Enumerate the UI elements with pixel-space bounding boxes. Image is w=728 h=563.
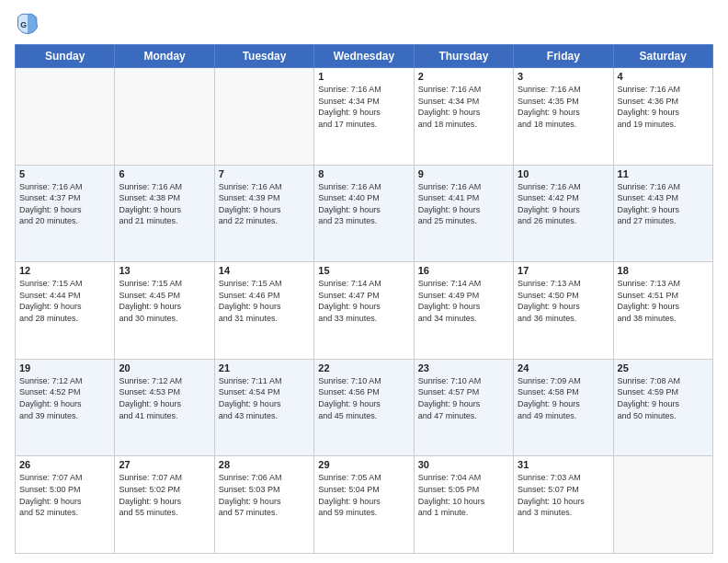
day-number: 4	[618, 71, 709, 82]
header-cell-saturday: Saturday	[613, 45, 712, 68]
header-row: SundayMondayTuesdayWednesdayThursdayFrid…	[16, 45, 713, 68]
header-cell-monday: Monday	[115, 45, 214, 68]
day-info: Sunrise: 7:13 AM Sunset: 4:51 PM Dayligh…	[618, 278, 709, 324]
calendar-body: 1Sunrise: 7:16 AM Sunset: 4:34 PM Daylig…	[16, 68, 713, 554]
calendar-cell: 7Sunrise: 7:16 AM Sunset: 4:39 PM Daylig…	[214, 165, 313, 262]
day-number: 8	[318, 168, 409, 179]
day-number: 29	[318, 459, 409, 470]
calendar-cell: 23Sunrise: 7:10 AM Sunset: 4:57 PM Dayli…	[414, 359, 513, 456]
svg-text:G: G	[20, 20, 27, 29]
calendar-cell: 5Sunrise: 7:16 AM Sunset: 4:37 PM Daylig…	[16, 165, 115, 262]
calendar-cell: 20Sunrise: 7:12 AM Sunset: 4:53 PM Dayli…	[115, 359, 214, 456]
day-number: 12	[19, 265, 110, 276]
day-info: Sunrise: 7:10 AM Sunset: 4:57 PM Dayligh…	[418, 375, 509, 421]
day-info: Sunrise: 7:16 AM Sunset: 4:34 PM Dayligh…	[418, 84, 509, 130]
calendar-cell: 15Sunrise: 7:14 AM Sunset: 4:47 PM Dayli…	[314, 262, 414, 360]
day-number: 23	[418, 362, 509, 373]
day-number: 6	[119, 168, 210, 179]
week-row-1: 1Sunrise: 7:16 AM Sunset: 4:34 PM Daylig…	[16, 68, 713, 166]
calendar-cell: 19Sunrise: 7:12 AM Sunset: 4:52 PM Dayli…	[16, 359, 115, 456]
day-number: 9	[418, 168, 509, 179]
day-info: Sunrise: 7:16 AM Sunset: 4:41 PM Dayligh…	[418, 181, 509, 227]
day-info: Sunrise: 7:16 AM Sunset: 4:43 PM Dayligh…	[618, 181, 709, 227]
day-info: Sunrise: 7:07 AM Sunset: 5:00 PM Dayligh…	[19, 472, 110, 518]
day-info: Sunrise: 7:10 AM Sunset: 4:56 PM Dayligh…	[318, 375, 409, 421]
calendar-cell: 16Sunrise: 7:14 AM Sunset: 4:49 PM Dayli…	[414, 262, 513, 360]
logo-icon: G	[15, 11, 40, 37]
day-number: 21	[219, 362, 310, 373]
calendar-cell: 8Sunrise: 7:16 AM Sunset: 4:40 PM Daylig…	[314, 165, 414, 262]
day-number: 2	[418, 71, 509, 82]
calendar-cell: 18Sunrise: 7:13 AM Sunset: 4:51 PM Dayli…	[613, 262, 712, 360]
calendar-cell: 29Sunrise: 7:05 AM Sunset: 5:04 PM Dayli…	[314, 456, 414, 554]
calendar-cell: 2Sunrise: 7:16 AM Sunset: 4:34 PM Daylig…	[414, 68, 513, 166]
day-info: Sunrise: 7:15 AM Sunset: 4:45 PM Dayligh…	[119, 278, 210, 324]
day-info: Sunrise: 7:08 AM Sunset: 4:59 PM Dayligh…	[618, 375, 709, 421]
header-cell-thursday: Thursday	[414, 45, 513, 68]
header-cell-friday: Friday	[514, 45, 613, 68]
day-number: 16	[418, 265, 509, 276]
calendar-cell: 13Sunrise: 7:15 AM Sunset: 4:45 PM Dayli…	[115, 262, 214, 360]
week-row-2: 5Sunrise: 7:16 AM Sunset: 4:37 PM Daylig…	[16, 165, 713, 262]
calendar-cell: 17Sunrise: 7:13 AM Sunset: 4:50 PM Dayli…	[514, 262, 613, 360]
day-info: Sunrise: 7:16 AM Sunset: 4:37 PM Dayligh…	[19, 181, 110, 227]
day-info: Sunrise: 7:15 AM Sunset: 4:46 PM Dayligh…	[219, 278, 310, 324]
header: G	[15, 11, 713, 37]
day-number: 13	[119, 265, 210, 276]
day-info: Sunrise: 7:04 AM Sunset: 5:05 PM Dayligh…	[418, 472, 509, 518]
day-info: Sunrise: 7:16 AM Sunset: 4:42 PM Dayligh…	[518, 181, 609, 227]
day-info: Sunrise: 7:12 AM Sunset: 4:52 PM Dayligh…	[19, 375, 110, 421]
calendar-cell: 27Sunrise: 7:07 AM Sunset: 5:02 PM Dayli…	[115, 456, 214, 554]
calendar-cell	[214, 68, 313, 166]
day-info: Sunrise: 7:15 AM Sunset: 4:44 PM Dayligh…	[19, 278, 110, 324]
day-info: Sunrise: 7:16 AM Sunset: 4:34 PM Dayligh…	[318, 84, 409, 130]
week-row-4: 19Sunrise: 7:12 AM Sunset: 4:52 PM Dayli…	[16, 359, 713, 456]
day-number: 7	[219, 168, 310, 179]
calendar-cell: 11Sunrise: 7:16 AM Sunset: 4:43 PM Dayli…	[613, 165, 712, 262]
calendar-cell: 1Sunrise: 7:16 AM Sunset: 4:34 PM Daylig…	[314, 68, 414, 166]
day-number: 30	[418, 459, 509, 470]
day-number: 1	[318, 71, 409, 82]
calendar-cell: 6Sunrise: 7:16 AM Sunset: 4:38 PM Daylig…	[115, 165, 214, 262]
day-number: 17	[518, 265, 609, 276]
day-info: Sunrise: 7:16 AM Sunset: 4:35 PM Dayligh…	[518, 84, 609, 130]
day-info: Sunrise: 7:09 AM Sunset: 4:58 PM Dayligh…	[518, 375, 609, 421]
calendar-table: SundayMondayTuesdayWednesdayThursdayFrid…	[15, 44, 713, 554]
calendar-cell: 3Sunrise: 7:16 AM Sunset: 4:35 PM Daylig…	[514, 68, 613, 166]
page: G SundayMondayTuesdayWednesdayThursdayFr…	[0, 0, 728, 563]
calendar-header: SundayMondayTuesdayWednesdayThursdayFrid…	[16, 45, 713, 68]
calendar-cell: 10Sunrise: 7:16 AM Sunset: 4:42 PM Dayli…	[514, 165, 613, 262]
day-number: 10	[518, 168, 609, 179]
day-number: 28	[219, 459, 310, 470]
day-info: Sunrise: 7:16 AM Sunset: 4:38 PM Dayligh…	[119, 181, 210, 227]
calendar-cell: 4Sunrise: 7:16 AM Sunset: 4:36 PM Daylig…	[613, 68, 712, 166]
calendar-cell: 25Sunrise: 7:08 AM Sunset: 4:59 PM Dayli…	[613, 359, 712, 456]
day-number: 5	[19, 168, 110, 179]
day-info: Sunrise: 7:13 AM Sunset: 4:50 PM Dayligh…	[518, 278, 609, 324]
day-number: 22	[318, 362, 409, 373]
header-cell-wednesday: Wednesday	[314, 45, 414, 68]
day-number: 15	[318, 265, 409, 276]
calendar-cell: 9Sunrise: 7:16 AM Sunset: 4:41 PM Daylig…	[414, 165, 513, 262]
day-info: Sunrise: 7:07 AM Sunset: 5:02 PM Dayligh…	[119, 472, 210, 518]
day-info: Sunrise: 7:03 AM Sunset: 5:07 PM Dayligh…	[518, 472, 609, 518]
calendar-cell: 22Sunrise: 7:10 AM Sunset: 4:56 PM Dayli…	[314, 359, 414, 456]
calendar-cell: 28Sunrise: 7:06 AM Sunset: 5:03 PM Dayli…	[214, 456, 313, 554]
day-info: Sunrise: 7:06 AM Sunset: 5:03 PM Dayligh…	[219, 472, 310, 518]
day-number: 3	[518, 71, 609, 82]
day-number: 24	[518, 362, 609, 373]
day-number: 14	[219, 265, 310, 276]
day-info: Sunrise: 7:16 AM Sunset: 4:40 PM Dayligh…	[318, 181, 409, 227]
calendar-cell	[115, 68, 214, 166]
week-row-3: 12Sunrise: 7:15 AM Sunset: 4:44 PM Dayli…	[16, 262, 713, 360]
calendar-cell	[16, 68, 115, 166]
calendar-cell	[613, 456, 712, 554]
day-info: Sunrise: 7:14 AM Sunset: 4:47 PM Dayligh…	[318, 278, 409, 324]
calendar-cell: 31Sunrise: 7:03 AM Sunset: 5:07 PM Dayli…	[514, 456, 613, 554]
day-number: 25	[618, 362, 709, 373]
day-number: 11	[618, 168, 709, 179]
day-info: Sunrise: 7:14 AM Sunset: 4:49 PM Dayligh…	[418, 278, 509, 324]
day-info: Sunrise: 7:11 AM Sunset: 4:54 PM Dayligh…	[219, 375, 310, 421]
calendar-cell: 24Sunrise: 7:09 AM Sunset: 4:58 PM Dayli…	[514, 359, 613, 456]
day-number: 18	[618, 265, 709, 276]
